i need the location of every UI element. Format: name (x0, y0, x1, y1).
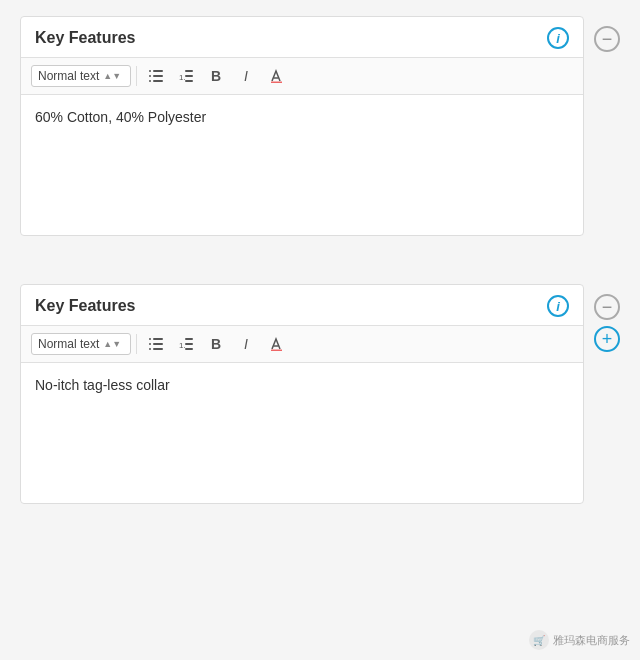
ordered-list-btn-2[interactable]: 1. (172, 331, 200, 357)
watermark: 🛒 雅玛森电商服务 (529, 630, 630, 650)
section-2-title: Key Features (35, 297, 136, 315)
unordered-list-btn-1[interactable] (142, 63, 170, 89)
watermark-text: 雅玛森电商服务 (553, 633, 630, 648)
svg-rect-5 (153, 80, 163, 82)
section-1-controls: − (594, 16, 620, 52)
section-2-box: Key Features i Normal text ▲▼ (20, 284, 584, 504)
svg-rect-17 (153, 348, 163, 350)
svg-rect-21 (185, 348, 193, 350)
format-select-2[interactable]: Normal text ▲▼ (31, 333, 131, 355)
svg-rect-20 (185, 343, 193, 345)
add-section-btn[interactable]: + (594, 326, 620, 352)
svg-rect-13 (153, 338, 163, 340)
ordered-list-btn-1[interactable]: 1. (172, 63, 200, 89)
format-select-2-chevron: ▲▼ (103, 339, 121, 349)
section-2-wrap: Key Features i Normal text ▲▼ (20, 284, 584, 528)
section-1-box: Key Features i Normal text ▲▼ (20, 16, 584, 236)
svg-rect-8 (185, 75, 193, 77)
format-select-1-chevron: ▲▼ (103, 71, 121, 81)
svg-rect-3 (153, 75, 163, 77)
watermark-icon: 🛒 (529, 630, 549, 650)
svg-rect-16 (149, 348, 151, 350)
svg-rect-9 (185, 80, 193, 82)
svg-text:1.: 1. (179, 73, 186, 82)
svg-rect-0 (149, 70, 151, 72)
section-1-title: Key Features (35, 29, 136, 47)
section-1-header: Key Features i (21, 17, 583, 57)
section-1-toolbar: Normal text ▲▼ 1. (21, 57, 583, 95)
format-select-2-label: Normal text (38, 337, 99, 351)
section-2-header: Key Features i (21, 285, 583, 325)
svg-rect-15 (153, 343, 163, 345)
svg-rect-2 (149, 75, 151, 77)
italic-btn-1[interactable]: I (232, 63, 260, 89)
remove-section-1-btn[interactable]: − (594, 26, 620, 52)
svg-rect-12 (149, 338, 151, 340)
format-select-1[interactable]: Normal text ▲▼ (31, 65, 131, 87)
svg-rect-4 (149, 80, 151, 82)
key-features-section-2: Key Features i Normal text ▲▼ (20, 284, 620, 528)
color-btn-1[interactable] (262, 63, 290, 89)
svg-rect-14 (149, 343, 151, 345)
section-2-info-icon[interactable]: i (547, 295, 569, 317)
remove-section-2-btn[interactable]: − (594, 294, 620, 320)
unordered-list-btn-2[interactable] (142, 331, 170, 357)
section-2-toolbar: Normal text ▲▼ 1. (21, 325, 583, 363)
color-btn-2[interactable] (262, 331, 290, 357)
svg-rect-1 (153, 70, 163, 72)
section-2-editor[interactable]: No-itch tag-less collar (21, 363, 583, 503)
italic-btn-2[interactable]: I (232, 331, 260, 357)
svg-rect-19 (185, 338, 193, 340)
toolbar-divider-1a (136, 66, 137, 86)
format-select-1-label: Normal text (38, 69, 99, 83)
section-2-controls: − + (594, 284, 620, 352)
toolbar-divider-2a (136, 334, 137, 354)
section-1-info-icon[interactable]: i (547, 27, 569, 49)
key-features-section-1: Key Features i Normal text ▲▼ (20, 16, 620, 260)
bold-btn-1[interactable]: B (202, 63, 230, 89)
svg-rect-7 (185, 70, 193, 72)
bold-btn-2[interactable]: B (202, 331, 230, 357)
section-1-wrap: Key Features i Normal text ▲▼ (20, 16, 584, 260)
svg-text:1.: 1. (179, 341, 186, 350)
section-1-editor[interactable]: 60% Cotton, 40% Polyester (21, 95, 583, 235)
